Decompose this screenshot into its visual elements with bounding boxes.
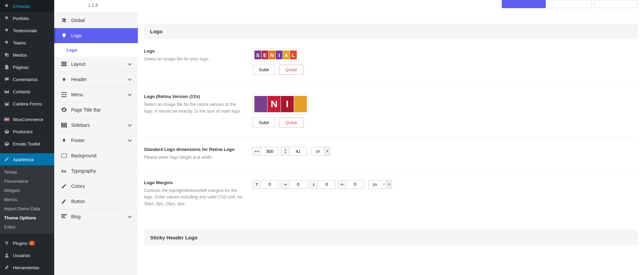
- sidebar-item-portfolio[interactable]: Portfolio: [0, 12, 54, 24]
- margin-right-input[interactable]: [289, 180, 307, 189]
- theme-item-background[interactable]: Background: [54, 148, 138, 163]
- sidebar-item-label: Herramientas: [13, 265, 39, 270]
- field-title: Logo: [144, 48, 246, 54]
- unit-select[interactable]: px ▼: [311, 147, 330, 156]
- sidebar-subitem-personalizar[interactable]: Personalizar: [0, 177, 54, 186]
- typo-icon: Aa: [60, 169, 68, 173]
- theme-item-typography[interactable]: AaTypography: [54, 163, 138, 179]
- svg-rect-8: [61, 94, 67, 95]
- remove-button[interactable]: Quitar: [279, 65, 304, 75]
- sidebar-item-productos[interactable]: Productos: [0, 125, 54, 138]
- width-input[interactable]: [261, 147, 278, 155]
- bg-icon: [60, 154, 68, 158]
- logo-tile: N: [269, 51, 275, 59]
- theme-item-menu[interactable]: Menu: [54, 87, 138, 102]
- theme-item-page-title-bar[interactable]: Page Title Bar: [54, 102, 138, 118]
- margin-bottom-input[interactable]: [318, 180, 335, 189]
- field-logo-retina: Logo (Retina Version @2x) Select an imag…: [144, 84, 638, 137]
- margin-left-input[interactable]: [346, 180, 364, 189]
- sidebar-item-testimonials[interactable]: Testimonials: [0, 24, 54, 37]
- margin-left-field: [338, 180, 364, 189]
- chevron-down-icon: [128, 92, 132, 97]
- height-input[interactable]: [289, 147, 307, 155]
- field-logo: Logo Select an image file for your logo.…: [144, 39, 638, 84]
- user-icon: [3, 252, 10, 259]
- sidebar-item-label: Apariencia: [13, 157, 34, 162]
- svg-rect-11: [63, 123, 65, 127]
- sidebar-item-comentarios[interactable]: Comentarios: [0, 73, 54, 85]
- svg-rect-17: [61, 217, 66, 218]
- sidebar-item-teams[interactable]: Teams: [0, 37, 54, 49]
- sidebar-subitem-theme-options[interactable]: Theme Options: [0, 213, 54, 222]
- sidebar-item-label: Comentarios: [13, 77, 38, 82]
- theme-item-sidebars[interactable]: Sidebars: [54, 118, 138, 133]
- top-action-secondary-2[interactable]: [594, 0, 638, 8]
- margin-bottom-field: [309, 180, 336, 189]
- sidebar-item-woocommerce[interactable]: wooWooCommerce: [0, 113, 54, 125]
- sidebar-subitem-import-demo-data[interactable]: Import Demo Data: [0, 204, 54, 213]
- sidebar-item-usuarios[interactable]: Usuarios: [0, 249, 54, 261]
- margin-top-input[interactable]: [261, 180, 278, 189]
- svg-rect-4: [61, 62, 67, 63]
- theme-item-colors[interactable]: Colors: [54, 179, 138, 194]
- pages-icon: [3, 64, 10, 71]
- field-desc: Controls the top/right/bottom/left margi…: [144, 187, 246, 207]
- theme-item-header[interactable]: Header: [54, 72, 138, 87]
- sidebar-subitem-widgets[interactable]: Widgets: [0, 186, 54, 195]
- up-icon: [60, 77, 68, 82]
- chevron-down-icon: [128, 61, 132, 67]
- sidebar-item-label: WooCommerce: [13, 117, 43, 122]
- sidebar-item-medios[interactable]: Medios: [0, 49, 54, 61]
- sidebar-subitem-editor[interactable]: Editor: [0, 222, 54, 232]
- theme-item-label: Blog: [71, 214, 81, 219]
- theme-item-label: Footer: [71, 138, 85, 143]
- sidebar-item-herramientas[interactable]: Herramientas: [0, 261, 54, 274]
- chevron-down-icon: [128, 77, 132, 82]
- sidebar-item-plugins[interactable]: Plugins2: [0, 237, 54, 249]
- sidebar-item-contacto[interactable]: Contacto: [0, 85, 54, 98]
- svg-rect-15: [61, 214, 67, 215]
- sidebar-item-envato-toolkit[interactable]: Envato Toolkit: [0, 138, 54, 150]
- theme-item-label: Header: [71, 77, 87, 82]
- theme-item-blog[interactable]: Blog: [54, 209, 138, 224]
- theme-item-logo[interactable]: Logo: [54, 28, 138, 43]
- svg-rect-10: [61, 123, 63, 127]
- remove-button[interactable]: Quitar: [279, 118, 304, 127]
- top-action-secondary-1[interactable]: [548, 0, 592, 8]
- sidebar-subitem-menús[interactable]: Menús: [0, 195, 54, 204]
- sidebar-item-caldera-forms[interactable]: Caldera Forms: [0, 98, 54, 110]
- theme-item-footer[interactable]: Footer: [54, 133, 138, 148]
- logo-tile: L: [290, 51, 297, 59]
- logo-tile: [294, 96, 307, 112]
- theme-item-button[interactable]: Button: [54, 194, 138, 209]
- sidebar-item-páginas[interactable]: Páginas: [0, 61, 54, 73]
- svg-rect-6: [61, 65, 67, 66]
- svg-text:Aa: Aa: [61, 169, 66, 173]
- comments-icon: [3, 76, 10, 83]
- puzzle-icon: [60, 18, 68, 23]
- theme-item-label: Layout: [71, 61, 85, 67]
- sidebar-subitem-temas[interactable]: Temas: [0, 168, 54, 177]
- margin-top-field: [252, 180, 279, 189]
- theme-subitem-logo[interactable]: Logo: [54, 43, 138, 57]
- width-field: [252, 147, 279, 156]
- theme-item-global[interactable]: Global: [54, 13, 138, 28]
- pin-icon: [3, 3, 10, 9]
- woo-icon: woo: [3, 116, 10, 123]
- clear-icon[interactable]: ✕: [381, 180, 386, 189]
- sidebar-item-label: Productos: [13, 129, 33, 134]
- svg-rect-13: [61, 154, 67, 158]
- upload-button[interactable]: Subir: [252, 65, 275, 75]
- blog-icon: [60, 214, 68, 219]
- unit-select[interactable]: px ✕ ▼: [368, 180, 392, 189]
- main-panel: Logo Logo Select an image file for your …: [138, 0, 644, 275]
- theme-item-layout[interactable]: Layout: [54, 57, 138, 72]
- upload-button[interactable]: Subir: [252, 118, 275, 127]
- top-action-primary[interactable]: [502, 0, 546, 8]
- box-icon: [3, 140, 10, 147]
- sidebar-item-wpbakery-page[interactable]: WPBakery Page: [0, 274, 54, 275]
- sidebar-item-apariencia[interactable]: Apariencia: [0, 153, 54, 165]
- logo-tile: N: [268, 96, 281, 112]
- sidebar-item-entradas[interactable]: Entradas: [0, 0, 54, 12]
- caret-down-icon: ▼: [325, 147, 330, 155]
